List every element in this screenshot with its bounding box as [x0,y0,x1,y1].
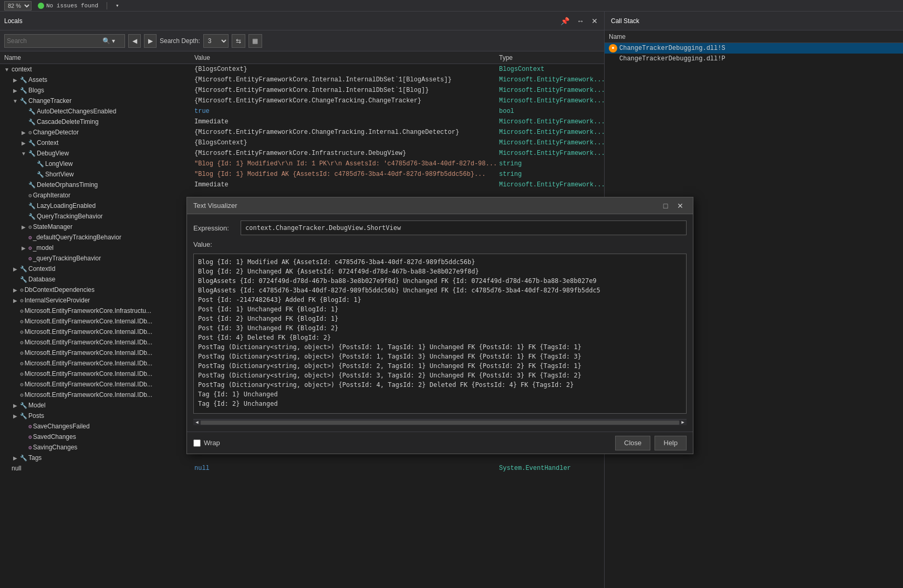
cell-name: ⚙ Microsoft.EntityFrameworkCore.Internal… [0,391,194,398]
nav-back-button[interactable]: ◀ [128,34,141,48]
col-header-value: Value [194,54,499,61]
wrap-checkbox[interactable] [193,439,201,447]
dialog-maximize-button[interactable]: □ [659,200,672,212]
callstack-row[interactable]: ●ChangeTrackerDebugging.dll!S [605,43,903,54]
cell-name: ▼ context [0,66,194,73]
expand-button[interactable]: ▶ [20,244,27,251]
zoom-select[interactable]: 82 % [4,1,32,10]
callstack-row[interactable]: ChangeTrackerDebugging.dll!P [605,54,903,64]
cell-name: ▶ ⚙ DbContextDependencies [0,286,194,293]
cell-name: ▶ 🔧 Model [0,402,194,409]
help-button[interactable]: Help [655,436,687,450]
expand-button[interactable]: ▶ [12,87,19,94]
table-row[interactable]: 🔧 AutoDetectChangesEnabled true bool [0,106,604,117]
expand-button[interactable]: ▶ [12,265,19,272]
dialog-titlebar: Text Visualizer □ ✕ [187,197,693,214]
expression-row: Expression: [193,220,687,235]
search-depth-label: Search Depth: [160,37,200,45]
expand-button[interactable]: ▶ [12,286,19,293]
text-visualizer-dialog[interactable]: Text Visualizer □ ✕ Expression: Value: ◀… [186,197,693,454]
cell-value: "Blog {Id: 1} Modified\r\n Id: 1 PK\r\n … [194,160,499,167]
table-row[interactable]: ▶ 🔧 Assets {Microsoft.EntityFrameworkCor… [0,75,604,85]
table-row[interactable]: 🔧 LongView "Blog {Id: 1} Modified\r\n Id… [0,159,604,169]
callstack-frame-text: ChangeTrackerDebugging.dll!S [619,45,725,52]
table-row[interactable]: 🔧 DeleteOrphansTiming Immediate Microsof… [0,180,604,190]
expand-button[interactable]: ▶ [20,139,27,146]
dialog-body: Expression: Value: ◀ ▶ [187,214,693,432]
expand-button[interactable]: ▶ [20,129,27,136]
expand-button[interactable]: ▼ [12,97,19,104]
close-button[interactable]: Close [615,436,650,450]
value-textarea-wrap [193,254,687,414]
cell-name: ⚙ SavedChanges [0,433,194,440]
table-row[interactable]: 🔧 CascadeDeleteTiming Immediate Microsof… [0,117,604,127]
expression-input[interactable] [241,220,687,235]
table-row[interactable]: ▶ 🔧 Blogs {Microsoft.EntityFrameworkCore… [0,85,604,96]
callstack-header: Call Stack [605,12,903,30]
cell-type: BlogsContext [499,66,604,73]
table-row[interactable]: ▼ 🔧 DebugView {Microsoft.EntityFramework… [0,148,604,159]
cell-name: ▶ 🔧 Context [0,139,194,146]
cell-type: Microsoft.EntityFramework... [499,118,604,125]
cell-name: ▶ 🔧 ContextId [0,265,194,272]
table-row[interactable]: 🔧 ShortView "Blog {Id: 1} Modified AK {A… [0,169,604,180]
cell-name: ▶ ⚙ _model [0,244,194,251]
cell-value: {BlogsContext} [194,66,499,73]
dialog-close-button[interactable]: ✕ [674,200,687,212]
hscroll-left-arrow[interactable]: ◀ [193,419,201,426]
toolbar-icon1[interactable]: ▾ [116,2,119,9]
cell-name: ⚙ Microsoft.EntityFrameworkCore.Internal… [0,360,194,367]
cell-name: ⚙ Microsoft.EntityFrameworkCore.Infrastr… [0,307,194,314]
cell-name: ▶ 🔧 Assets [0,76,194,83]
cell-name: ▶ ⚙ StateManager [0,223,194,230]
dialog-title: Text Visualizer [193,202,237,209]
cell-name: 🔧 LongView [0,160,194,167]
tool-btn-1[interactable]: ⇆ [232,34,245,48]
top-bar: 82 % No issues found ▾ [0,0,903,12]
close-panel-button[interactable]: ✕ [589,16,600,26]
table-row[interactable]: ▶ ⚙ ChangeDetector {Microsoft.EntityFram… [0,127,604,138]
search-button[interactable]: 🔍 ▾ [101,37,116,45]
search-bar: 🔍 ▾ ◀ ▶ Search Depth: 3 ⇆ ▦ [0,30,604,51]
col-header-name: Name [0,54,194,61]
expand-button[interactable]: ▶ [12,76,19,83]
search-depth-select[interactable]: 3 [203,34,229,48]
dialog-hscroll[interactable]: ◀ ▶ [193,419,687,425]
cell-value: Immediate [194,181,499,188]
cell-type: Microsoft.EntityFramework... [499,76,604,83]
cell-name: ⚙ _defaultQueryTrackingBehavior [0,234,194,241]
expand-button[interactable]: ▶ [12,297,19,304]
search-input[interactable] [7,37,101,45]
cell-name: ▶ 🔧 Posts [0,412,194,419]
callstack-col-name: Name [609,33,626,40]
zoom-control[interactable]: 82 % [4,1,32,10]
cell-type: Microsoft.EntityFramework... [499,150,604,157]
table-row[interactable]: ▶ 🔧 Tags [0,453,604,463]
hscroll-right-arrow[interactable]: ▶ [679,419,687,426]
expand-button[interactable]: ▶ [12,402,19,409]
expand-button[interactable]: ▶ [20,223,27,230]
table-row[interactable]: null null System.EventHandler [0,463,604,474]
auto-hide-button[interactable]: ↔ [575,16,586,26]
cell-name: ⚙ Microsoft.EntityFrameworkCore.Internal… [0,381,194,388]
table-row[interactable]: ▼ context {BlogsContext} BlogsContext [0,64,604,75]
panel-header-controls: 📌 ↔ ✕ [558,16,600,26]
value-textarea[interactable] [193,254,687,414]
cell-value: {Microsoft.EntityFrameworkCore.Infrastru… [194,150,499,157]
cell-name: ⚙ Microsoft.EntityFrameworkCore.Internal… [0,349,194,356]
nav-forward-button[interactable]: ▶ [144,34,157,48]
expand-button[interactable]: ▼ [3,66,11,73]
cell-value: {Microsoft.EntityFrameworkCore.ChangeTra… [194,129,499,136]
table-row[interactable]: ▶ 🔧 Context {BlogsContext} Microsoft.Ent… [0,138,604,148]
expand-button[interactable]: ▼ [20,150,27,157]
tool-btn-2[interactable]: ▦ [248,34,262,48]
expand-button[interactable]: ▶ [12,412,19,419]
dialog-footer: Wrap Close Help [187,432,693,454]
locals-panel-header: Locals 📌 ↔ ✕ [0,12,604,30]
dropdown-icon: ▾ [116,2,119,9]
cell-name: ▼ 🔧 ChangeTracker [0,97,194,104]
pin-button[interactable]: 📌 [558,16,572,26]
expand-button[interactable]: ▶ [12,454,19,461]
cell-name: ⚙ _queryTrackingBehavior [0,255,194,262]
table-row[interactable]: ▼ 🔧 ChangeTracker {Microsoft.EntityFrame… [0,96,604,106]
